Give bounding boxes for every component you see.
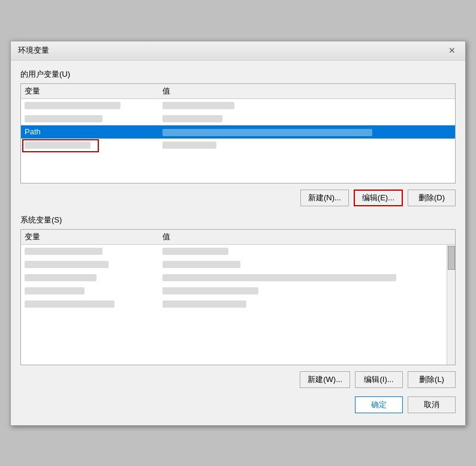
system-table-body[interactable] [21,245,455,365]
ok-cancel-row: 确定 取消 [20,396,456,417]
path-val-cell [162,127,451,136]
system-variables-label: 系统变量(S) [20,215,456,226]
system-new-button[interactable]: 新建(W)... [300,371,350,388]
system-table-header: 变量 值 [21,230,455,245]
user-col-val-header: 值 [162,86,451,97]
dialog-title: 环境变量 [18,45,49,56]
table-row[interactable] [21,112,455,125]
dialog-content: 的用户变量(U) 变量 值 Path [11,61,465,425]
table-row-path[interactable]: Path [21,125,455,139]
table-row[interactable] [21,258,447,271]
system-delete-button[interactable]: 删除(L) [408,371,456,388]
path-var-cell: Path [25,127,162,136]
user-delete-button[interactable]: 删除(D) [408,190,456,206]
table-row[interactable] [21,99,455,112]
system-variables-table: 变量 值 [20,229,456,365]
ok-button[interactable]: 确定 [355,396,403,413]
system-table-scrollbar[interactable] [447,245,455,365]
user-table-body[interactable]: Path [21,99,455,183]
close-button[interactable]: ✕ [446,44,458,56]
user-new-button[interactable]: 新建(N)... [300,190,349,206]
table-row[interactable] [21,139,455,152]
user-col-var-header: 变量 [25,86,162,97]
system-col-var-header: 变量 [25,232,162,242]
environment-variables-dialog: 环境变量 ✕ 的用户变量(U) 变量 值 [10,41,466,426]
user-variables-label: 的用户变量(U) [20,69,456,80]
scrollbar-thumb[interactable] [448,246,455,270]
table-row[interactable] [21,245,447,258]
user-edit-button[interactable]: 编辑(E)... [354,190,403,206]
system-buttons-row: 新建(W)... 编辑(I)... 删除(L) [20,371,456,388]
cancel-button[interactable]: 取消 [408,396,456,413]
user-variables-table: 变量 值 Path [20,83,456,184]
table-row[interactable] [21,284,447,297]
user-buttons-row: 新建(N)... 编辑(E)... 删除(D) [20,190,456,206]
title-bar: 环境变量 ✕ [11,41,465,61]
system-col-val-header: 值 [162,232,451,242]
table-row[interactable] [21,297,447,311]
table-row[interactable] [21,271,447,284]
user-table-header: 变量 值 [21,84,455,99]
system-edit-button[interactable]: 编辑(I)... [355,371,403,388]
